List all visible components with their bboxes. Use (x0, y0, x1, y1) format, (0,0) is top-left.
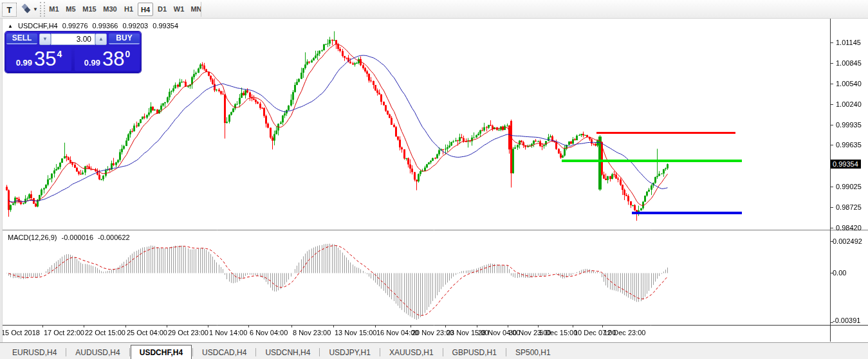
time-tick-label: 13 Nov 15:00 (335, 329, 376, 336)
tab-divider (192, 348, 193, 356)
tab-divider (255, 348, 256, 356)
price-tick-label: 0.98420 (836, 224, 862, 232)
price-tick-label: 0.99025 (836, 183, 862, 190)
chart-symbol-timeframe: USDCHF,H4 (18, 22, 58, 30)
tab-audusd-h4[interactable]: AUDUSD,H4 (67, 346, 128, 359)
buy-button[interactable]: BUY (109, 33, 140, 44)
timeframe-button-M1[interactable]: M1 (46, 3, 62, 16)
macd-signal-value: -0.000622 (98, 234, 130, 241)
one-click-trading-panel: SELL ▼ 3.00 ▲ BUY 0.99 35 4 0.99 38 0 (5, 32, 141, 73)
text-tool-button[interactable]: T (2, 3, 17, 17)
macd-main-value: -0.000016 (61, 234, 93, 241)
price-tick-label: 1.00540 (836, 80, 862, 87)
volume-decrease-button[interactable]: ▼ (39, 33, 51, 45)
macd-tick-label: 0.002492 (833, 237, 862, 245)
buy-price-prefix: 0.99 (84, 58, 100, 68)
time-tick-label: 25 Oct 04:00 (127, 329, 167, 336)
timeframe-button-D1[interactable]: D1 (154, 3, 170, 16)
timeframe-button-M5[interactable]: M5 (63, 3, 78, 16)
time-tick-label: 15 Oct 2018 (1, 329, 40, 336)
tab-sp500-h1[interactable]: SP500,H1 (507, 346, 559, 359)
price-tick-label: 1.01145 (836, 39, 861, 46)
tab-eurusd-h4[interactable]: EURUSD,H4 (4, 346, 65, 359)
timeframe-button-M30[interactable]: M30 (100, 3, 120, 16)
window-left-edge (0, 19, 3, 342)
chart-title: ▲ USDCHF,H4 0.99276 0.99366 0.99203 0.99… (8, 22, 181, 30)
toolbar: T ▼ M1M5M15M30H1H4D1W1MN (0, 0, 868, 19)
volume-increase-button[interactable]: ▲ (95, 33, 107, 45)
time-tick-label: 5 Dec 15:00 (539, 329, 577, 336)
sell-price-point: 4 (57, 49, 62, 59)
sell-button[interactable]: SELL (6, 33, 37, 44)
timeframe-button-H4[interactable]: H4 (138, 3, 153, 16)
time-tick-label: 1 Nov 14:00 (209, 329, 247, 336)
chart-tab-bar: EURUSD,H4AUDUSD,H4USDCHF,H4USDCAD,H4USDC… (0, 342, 868, 359)
time-tick-label: 6 Nov 04:00 (250, 329, 288, 336)
bar-low: 0.99203 (122, 22, 148, 30)
time-tick-label: 12 Dec 23:00 (604, 329, 645, 336)
timeframe-button-W1[interactable]: W1 (171, 3, 187, 16)
macd-tick-label: 0.00 (833, 269, 846, 277)
timeframe-button-M15[interactable]: M15 (80, 3, 99, 16)
tab-divider (506, 348, 506, 356)
price-tick-label: 0.99635 (836, 141, 862, 149)
price-tick-label: 0.98725 (836, 203, 862, 211)
tab-usdcnh-h4[interactable]: USDCNH,H4 (257, 346, 319, 359)
arrange-objects-icon (20, 4, 32, 14)
buy-price-point: 0 (125, 49, 131, 59)
sell-price-pips: 35 (34, 48, 56, 71)
time-tick-label: 17 Oct 22:00 (44, 329, 84, 336)
macd-name: MACD(12,26,9) (8, 234, 57, 241)
price-tick-label: 1.00240 (836, 100, 862, 108)
tab-usdcad-h4[interactable]: USDCAD,H4 (194, 346, 255, 359)
price-tick-label: 0.99935 (836, 121, 862, 129)
toolbar-drag-handle[interactable] (40, 2, 45, 17)
bar-open: 0.99276 (62, 22, 88, 30)
tab-divider (443, 348, 443, 356)
tab-gbpusd-h1[interactable]: GBPUSD,H1 (444, 346, 505, 359)
sell-price[interactable]: 0.99 35 4 (6, 47, 71, 71)
timeframe-button-MN[interactable]: MN (188, 3, 205, 16)
macd-tick-label: -0.00391 (833, 317, 860, 324)
time-tick-label: 29 Oct 23:00 (168, 329, 208, 336)
macd-indicator-label: MACD(12,26,9) -0.000016 -0.000622 (8, 234, 133, 241)
toolbar-separator (201, 2, 201, 17)
volume-input[interactable]: 3.00 (51, 33, 95, 45)
time-tick-label: 22 Oct 15:00 (85, 329, 125, 336)
price-tick-label: 1.00845 (836, 59, 862, 67)
buy-price[interactable]: 0.99 38 0 (75, 47, 140, 71)
tab-divider (380, 348, 380, 356)
chevron-down-icon[interactable]: ▼ (33, 6, 38, 12)
tab-usdjpy-h1[interactable]: USDJPY,H1 (320, 346, 378, 359)
tab-xauusd-h1[interactable]: XAUUSD,H1 (381, 346, 442, 359)
tab-divider (66, 348, 66, 356)
sell-price-prefix: 0.99 (16, 58, 32, 68)
tab-divider (319, 348, 320, 356)
bar-close: 0.99354 (152, 22, 178, 30)
tab-divider (129, 348, 130, 356)
buy-price-pips: 38 (102, 48, 124, 71)
current-price-badge: 0.99354 (831, 160, 861, 169)
time-tick-label: 8 Nov 23:00 (293, 329, 331, 336)
collapse-panel-icon[interactable]: ▲ (8, 23, 13, 29)
objects-tool-button[interactable] (19, 3, 32, 15)
tab-usdchf-h4[interactable]: USDCHF,H4 (131, 345, 192, 359)
bar-high: 0.99366 (93, 22, 118, 30)
timeframe-button-H1[interactable]: H1 (121, 3, 136, 16)
